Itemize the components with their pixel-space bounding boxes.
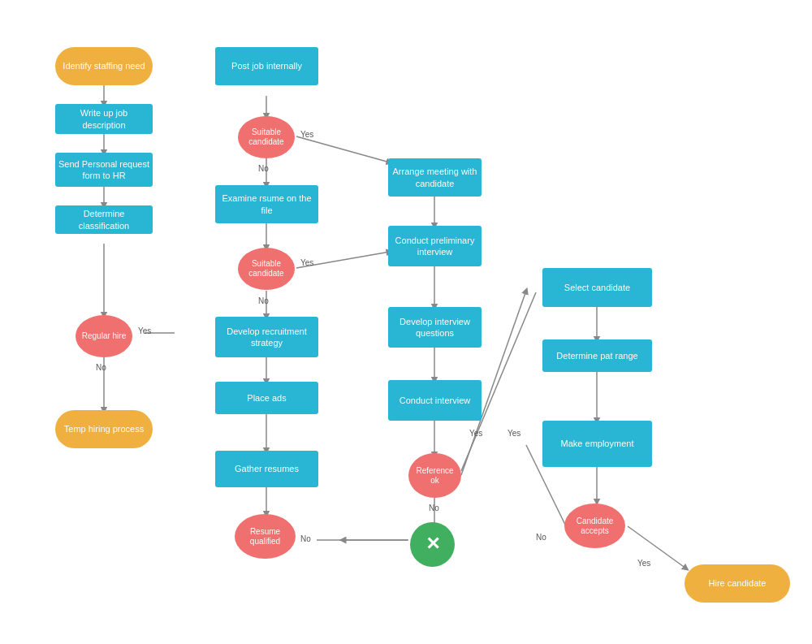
resume-qualified: Resume qualified — [235, 514, 296, 559]
identify-staffing-need: Identify staffing need — [55, 47, 153, 85]
hire-candidate: Hire candidate — [685, 564, 790, 603]
candidate-accepts: Candidate accepts — [564, 504, 625, 548]
develop-recruitment-strategy: Develop recruitment strategy — [215, 317, 318, 357]
examine-resume: Examine rsume on the file — [215, 185, 318, 223]
cross-mark: ✕ — [410, 522, 455, 567]
suitable1-no-label: No — [258, 164, 269, 173]
candidate-accepts-yes-label: Yes — [637, 559, 650, 568]
suitable1-yes-label: Yes — [300, 130, 313, 139]
temp-hiring-process: Temp hiring process — [55, 410, 153, 448]
candidate-accepts-no-label: No — [536, 533, 546, 542]
write-up-job-description: Write up job description — [55, 104, 153, 134]
flowchart: Identify staffing need Write up job desc… — [0, 0, 812, 644]
reference-ok: Reference ok — [408, 453, 461, 498]
regular-hire-circle: Regular hire — [76, 315, 132, 357]
send-personal-request: Send Personal request form to HR — [55, 153, 153, 187]
make-employment: Make employment — [542, 421, 652, 467]
conduct-preliminary-interview: Conduct preliminary interview — [388, 226, 482, 266]
svg-line-7 — [296, 136, 390, 162]
determine-pat-range: Determine pat range — [542, 339, 652, 372]
post-job-internally: Post job internally — [215, 47, 318, 85]
suitable-candidate-2: Suitable candidate — [238, 248, 295, 290]
reference-ok-yes-label: Yes — [469, 429, 482, 438]
arrange-meeting: Arrange meeting with candidate — [388, 158, 482, 197]
suitable-candidate-1: Suitable candidate — [238, 116, 295, 158]
place-ads: Place ads — [215, 382, 318, 414]
reference-ok-no-label: No — [429, 504, 439, 512]
svg-line-26 — [628, 526, 686, 568]
resume-qualified-no-label: No — [300, 534, 311, 543]
suitable2-yes-label: Yes — [300, 258, 313, 267]
conduct-interview: Conduct interview — [388, 380, 482, 421]
regular-hire-yes-label: Yes — [138, 326, 151, 335]
make-employment-yes-label: Yes — [508, 429, 520, 438]
select-candidate: Select candidate — [542, 268, 652, 307]
gather-resumes: Gather resumes — [215, 451, 318, 487]
regular-hire-no-label: No — [96, 363, 106, 372]
suitable2-no-label: No — [258, 296, 269, 305]
determine-classification: Determine classification — [55, 205, 153, 234]
develop-interview-questions: Develop interview questions — [388, 307, 482, 348]
